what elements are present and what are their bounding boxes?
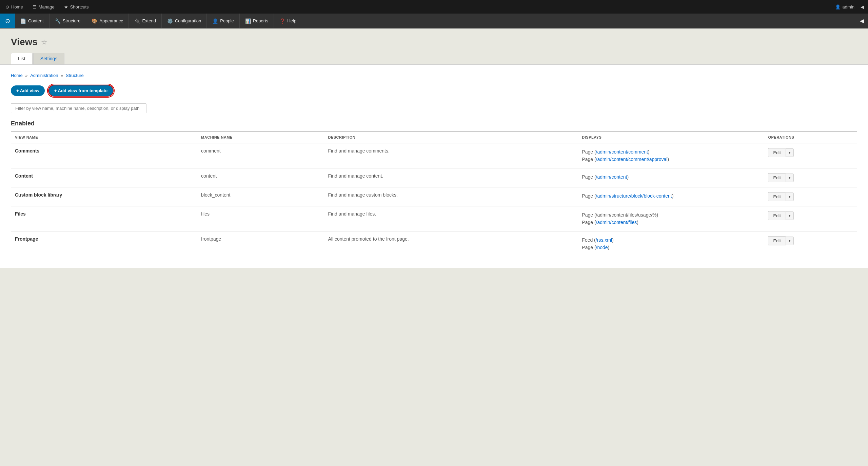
configuration-icon: ⚙️ [167, 18, 173, 24]
description-block: Find and manage custom blocks. [324, 187, 578, 206]
operations-files: Edit ▾ [764, 206, 857, 231]
nav-content[interactable]: 📄 Content [15, 14, 50, 28]
edit-button-content[interactable]: Edit [768, 173, 785, 182]
col-header-viewname: VIEW NAME [11, 131, 197, 143]
breadcrumb-sep2: » [61, 73, 64, 78]
edit-button-block[interactable]: Edit [768, 192, 785, 201]
collapse-icon[interactable]: ◀ [861, 4, 864, 9]
nav-reports[interactable]: 📊 Reports [240, 14, 274, 28]
collapse-nav-icon[interactable]: ◀ [860, 18, 864, 24]
col-header-operations: OPERATIONS [764, 131, 857, 143]
help-icon: ❓ [279, 18, 285, 24]
nav-appearance[interactable]: 🎨 Appearance [86, 14, 129, 28]
col-header-machine: MACHINE NAME [197, 131, 324, 143]
page-title-row: Views ☆ [11, 37, 857, 47]
favorite-star-icon[interactable]: ☆ [41, 38, 47, 46]
edit-dropdown-files[interactable]: ▾ [786, 211, 794, 220]
table-row: Frontpage frontpage All content promoted… [11, 231, 857, 256]
view-name-block: Custom block library [11, 187, 197, 206]
admin-bar-right: 👤 admin ◀ [835, 4, 864, 9]
nav-reports-label: Reports [253, 18, 269, 23]
nav-people-label: People [220, 18, 234, 23]
breadcrumb-structure[interactable]: Structure [66, 73, 84, 78]
nav-help[interactable]: ❓ Help [274, 14, 302, 28]
display-link[interactable]: /admin/content [596, 174, 627, 180]
view-name-files: Files [11, 206, 197, 231]
table-row: Custom block library block_content Find … [11, 187, 857, 206]
displays-content: Page (/admin/content) [578, 168, 764, 187]
operations-frontpage: Edit ▾ [764, 231, 857, 256]
secondary-nav: ⊙ 📄 Content 🔧 Structure 🎨 Appearance 🔌 E… [0, 14, 868, 28]
edit-btn-group: Edit ▾ [768, 211, 853, 220]
table-row: Content content Find and manage content.… [11, 168, 857, 187]
tabs: List Settings [11, 53, 857, 64]
nav-items: 📄 Content 🔧 Structure 🎨 Appearance 🔌 Ext… [15, 14, 302, 28]
machine-name-frontpage: frontpage [197, 231, 324, 256]
edit-dropdown-frontpage[interactable]: ▾ [786, 237, 794, 245]
nav-configuration-label: Configuration [175, 18, 201, 23]
display-link[interactable]: /admin/content/comment/approval [596, 157, 668, 162]
tab-list[interactable]: List [11, 53, 33, 64]
tab-settings[interactable]: Settings [33, 53, 65, 64]
nav-people[interactable]: 👤 People [207, 14, 239, 28]
breadcrumb-home[interactable]: Home [11, 73, 23, 78]
view-name-frontpage: Frontpage [11, 231, 197, 256]
display-link[interactable]: /rss.xml [596, 237, 612, 243]
nav-structure-label: Structure [63, 18, 81, 23]
edit-dropdown-content[interactable]: ▾ [786, 174, 794, 182]
people-icon: 👤 [212, 18, 218, 24]
structure-icon: 🔧 [55, 18, 61, 24]
add-view-button[interactable]: + Add view [11, 85, 45, 96]
table-row: Comments comment Find and manage comment… [11, 143, 857, 168]
operations-comments: Edit ▾ [764, 143, 857, 168]
edit-btn-group: Edit ▾ [768, 192, 853, 201]
manage-label: Manage [39, 4, 55, 9]
displays-block: Page (/admin/structure/block/block-conte… [578, 187, 764, 206]
edit-button-comments[interactable]: Edit [768, 148, 785, 157]
add-view-template-button[interactable]: + Add view from template [48, 85, 114, 97]
filter-input[interactable] [11, 103, 146, 113]
appearance-icon: 🎨 [92, 18, 97, 24]
page-content: Views ☆ List Settings [0, 28, 868, 64]
operations-content: Edit ▾ [764, 168, 857, 187]
machine-name-comments: comment [197, 143, 324, 168]
action-buttons: + Add view + Add view from template [11, 85, 857, 97]
displays-frontpage: Feed (/rss.xml) Page (/node) [578, 231, 764, 256]
displays-files: Page (/admin/content/files/usage/%) Page… [578, 206, 764, 231]
admin-bar: ⊙ Home ☰ Manage ★ Shortcuts 👤 admin ◀ [0, 0, 868, 14]
displays-comments: Page (/admin/content/comment) Page (/adm… [578, 143, 764, 168]
content-icon: 📄 [20, 18, 26, 24]
enabled-heading: Enabled [11, 120, 857, 127]
nav-logo: ⊙ [0, 14, 15, 28]
edit-dropdown-block[interactable]: ▾ [786, 193, 794, 201]
extend-icon: 🔌 [134, 18, 140, 24]
display-link[interactable]: /node [596, 245, 608, 250]
home-link[interactable]: ⊙ Home [4, 4, 24, 9]
display-link[interactable]: /admin/structure/block/block-content [596, 193, 672, 199]
display-link[interactable]: /admin/content/files [596, 220, 637, 225]
nav-extend[interactable]: 🔌 Extend [129, 14, 161, 28]
edit-dropdown-comments[interactable]: ▾ [786, 148, 794, 157]
operations-block: Edit ▾ [764, 187, 857, 206]
display-link[interactable]: /admin/content/comment [596, 149, 648, 155]
user-label: admin [843, 4, 854, 9]
nav-structure[interactable]: 🔧 Structure [50, 14, 86, 28]
shortcuts-link[interactable]: ★ Shortcuts [63, 4, 90, 9]
views-table: VIEW NAME MACHINE NAME DESCRIPTION DISPL… [11, 131, 857, 256]
machine-name-content: content [197, 168, 324, 187]
nav-right: ◀ [856, 14, 868, 28]
nav-configuration[interactable]: ⚙️ Configuration [162, 14, 207, 28]
col-header-description: DESCRIPTION [324, 131, 578, 143]
machine-name-files: files [197, 206, 324, 231]
view-name-content: Content [11, 168, 197, 187]
nav-appearance-label: Appearance [99, 18, 123, 23]
description-frontpage: All content promoted to the front page. [324, 231, 578, 256]
manage-link[interactable]: ☰ Manage [31, 4, 56, 9]
edit-button-files[interactable]: Edit [768, 211, 785, 220]
breadcrumb-admin[interactable]: Administration [30, 73, 58, 78]
edit-btn-group: Edit ▾ [768, 173, 853, 182]
edit-button-frontpage[interactable]: Edit [768, 236, 785, 245]
breadcrumb-sep1: » [25, 73, 29, 78]
shortcuts-icon: ★ [64, 4, 68, 9]
home-icon: ⊙ [5, 4, 9, 9]
